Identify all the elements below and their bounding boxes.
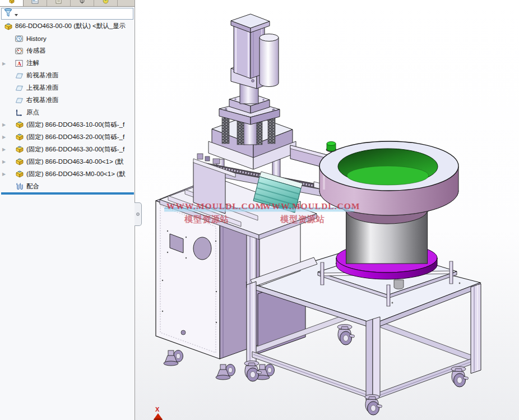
svg-text:WWW.MOULDL.COM: WWW.MOULDL.COM bbox=[262, 201, 360, 211]
property-manager-tab-icon bbox=[31, 0, 39, 6]
svg-text:模型资源站: 模型资源站 bbox=[280, 215, 325, 224]
filter-dropdown-caret[interactable] bbox=[15, 14, 18, 16]
svg-text:模型资源站: 模型资源站 bbox=[184, 215, 229, 224]
tree-item[interactable]: ▶A注解 bbox=[0, 57, 135, 70]
assembly-icon bbox=[15, 169, 24, 178]
tree-item[interactable]: 前视基准面 bbox=[0, 70, 135, 82]
tree-item-label: History bbox=[26, 35, 47, 42]
tree-item[interactable]: History bbox=[0, 33, 135, 45]
svg-text:A: A bbox=[17, 61, 21, 66]
expand-arrow-icon[interactable]: ▶ bbox=[0, 146, 8, 152]
featuremanager-tab[interactable] bbox=[94, 0, 118, 6]
arrow-spacer bbox=[0, 50, 8, 51]
tree-item[interactable]: ▶(固定) 866-DDO463-10-00(筒砾-_f bbox=[0, 119, 135, 131]
expand-arrow-icon[interactable]: ▶ bbox=[0, 171, 8, 177]
arrow-spacer bbox=[0, 75, 8, 76]
tree-item[interactable]: ▶(固定) 866-DDO463-M0-00<1> (默 bbox=[0, 168, 135, 180]
panel-splitter-handle[interactable] bbox=[135, 202, 142, 226]
featuremanager-tab[interactable] bbox=[71, 0, 94, 6]
display-manager-tab-icon bbox=[101, 0, 110, 6]
featuremanager-panel: 866-DDO463-00-00 (默认) <默认_显示History传感器▶A… bbox=[0, 0, 135, 420]
expand-arrow-icon[interactable]: ▶ bbox=[0, 61, 8, 66]
tree-item[interactable]: 原点 bbox=[0, 107, 135, 119]
history-icon bbox=[15, 34, 24, 43]
tree-item[interactable]: 866-DDO463-00-00 (默认) <默认_显示 bbox=[0, 20, 135, 33]
expand-arrow-icon[interactable]: ▶ bbox=[0, 122, 8, 127]
arrow-spacer bbox=[0, 87, 8, 88]
assembly-icon bbox=[15, 120, 24, 129]
expand-arrow-icon[interactable]: ▶ bbox=[0, 134, 8, 140]
assembly-icon bbox=[3, 22, 13, 31]
tree-item-label: 前视基准面 bbox=[26, 71, 59, 80]
tree-item[interactable]: 配合 bbox=[0, 180, 135, 192]
featuremanager-tab[interactable] bbox=[47, 0, 71, 6]
configuration-manager-tab-icon bbox=[54, 0, 63, 6]
origin-icon bbox=[15, 108, 24, 117]
feature-tree: 866-DDO463-00-00 (默认) <默认_显示History传感器▶A… bbox=[0, 20, 135, 192]
tree-item-label: 866-DDO463-00-00 (默认) <默认_显示 bbox=[15, 22, 126, 30]
tree-item-label: (固定) 866-DDO463-40-00<1> (默 bbox=[26, 158, 123, 166]
tree-item-label: (固定) 866-DDO463-20-00(筒砾-_f bbox=[26, 133, 124, 141]
featuremanager-tab[interactable] bbox=[0, 0, 24, 6]
assembly-icon bbox=[15, 145, 24, 154]
tree-item[interactable]: ▶(固定) 866-DDO463-30-00(筒砾-_f bbox=[0, 143, 135, 155]
tree-item-label: 上视基准面 bbox=[26, 84, 59, 92]
arrow-spacer bbox=[0, 112, 8, 113]
rollback-bar[interactable] bbox=[1, 192, 134, 195]
tree-item-label: 右视基准面 bbox=[26, 96, 59, 104]
expand-arrow-icon[interactable]: ▶ bbox=[0, 159, 8, 164]
arrow-spacer bbox=[0, 38, 8, 39]
mates-icon bbox=[15, 182, 24, 191]
dimxpert-tab-icon bbox=[78, 0, 86, 6]
splitter-grip-dot bbox=[136, 213, 140, 216]
graphics-viewport[interactable]: X WWW.MOULDL.COM WWW.MOULDL.COM 模型资源站 模型… bbox=[135, 0, 519, 420]
plane-icon bbox=[15, 96, 24, 105]
tree-item[interactable]: 右视基准面 bbox=[0, 94, 135, 107]
plane-icon bbox=[15, 84, 24, 93]
filter-bar[interactable] bbox=[1, 8, 133, 20]
assembly-icon bbox=[15, 132, 24, 141]
origin-triad: X bbox=[154, 406, 163, 420]
tree-item[interactable]: 传感器 bbox=[0, 45, 135, 57]
assembly-icon bbox=[15, 157, 24, 166]
featuremanager-tabs bbox=[0, 0, 135, 7]
sensors-icon bbox=[15, 47, 24, 56]
green-button[interactable] bbox=[326, 142, 337, 153]
tree-item-label: 传感器 bbox=[26, 47, 46, 55]
assembly-tab-icon bbox=[7, 0, 16, 6]
annotations-icon: A bbox=[15, 59, 24, 68]
tree-item-label: 原点 bbox=[26, 108, 39, 117]
svg-text:WWW.MOULDL.COM: WWW.MOULDL.COM bbox=[166, 201, 264, 211]
tree-item-label: 配合 bbox=[26, 182, 39, 191]
arrow-spacer bbox=[0, 100, 8, 100]
solidworks-window: 866-DDO463-00-00 (默认) <默认_显示History传感器▶A… bbox=[0, 0, 519, 420]
tree-item-label: (固定) 866-DDO463-10-00(筒砾-_f bbox=[26, 121, 124, 129]
tree-item[interactable]: ▶(固定) 866-DDO463-40-00<1> (默 bbox=[0, 155, 135, 168]
tree-item[interactable]: 上视基准面 bbox=[0, 82, 135, 94]
featuremanager-tab[interactable] bbox=[24, 0, 47, 6]
tree-item[interactable]: ▶(固定) 866-DDO463-20-00(筒砾-_f bbox=[0, 131, 135, 143]
svg-text:X: X bbox=[155, 406, 160, 413]
tree-item-label: 注解 bbox=[26, 59, 39, 67]
tree-item-label: (固定) 866-DDO463-30-00(筒砾-_f bbox=[26, 145, 124, 154]
plane-icon bbox=[15, 71, 24, 80]
arrow-spacer bbox=[0, 186, 8, 187]
filter-funnel-icon[interactable] bbox=[3, 8, 13, 20]
tree-item-label: (固定) 866-DDO463-M0-00<1> (默 bbox=[26, 170, 125, 178]
